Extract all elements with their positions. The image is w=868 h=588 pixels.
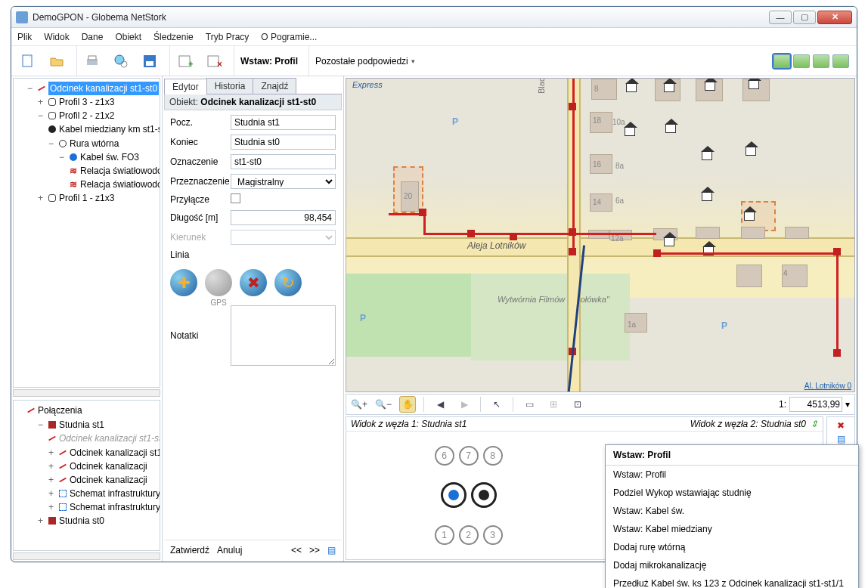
layout-toggle-3[interactable]	[813, 54, 829, 68]
tree-item[interactable]: Schemat infrastruktury	[70, 487, 160, 500]
field-mark-input[interactable]	[231, 154, 336, 169]
duct[interactable]: 8	[483, 446, 503, 466]
layout-toggle-2[interactable]	[793, 54, 810, 68]
tab-find[interactable]: Znajdź	[253, 78, 296, 94]
minimize-button[interactable]: —	[769, 11, 792, 24]
open-file-icon[interactable]	[48, 52, 66, 70]
next-button[interactable]: >>	[309, 545, 320, 556]
menu-about[interactable]: O Pogramie...	[261, 32, 317, 42]
duct[interactable]: 7	[459, 446, 479, 466]
add-icon[interactable]: +	[176, 52, 194, 70]
save-icon[interactable]	[141, 52, 159, 70]
select-rect-icon[interactable]: ▭	[521, 396, 538, 413]
scale-input[interactable]	[789, 397, 842, 412]
layout-toggle-1[interactable]	[773, 54, 790, 68]
close-icon[interactable]: ✖	[837, 420, 845, 431]
globe-delete-icon[interactable]: ✖	[240, 269, 267, 296]
tab-history[interactable]: Historia	[206, 78, 254, 94]
context-menu-item[interactable]: Dodaj mikrokanalizację	[606, 556, 858, 574]
duct[interactable]: 3	[483, 525, 503, 545]
conn-root[interactable]: Połączenia	[38, 404, 82, 417]
pointer-icon[interactable]: ↖	[488, 396, 505, 413]
print-icon[interactable]	[83, 52, 101, 70]
context-menu-item[interactable]: Podziel Wykop wstawiając studnię	[606, 484, 858, 502]
duct[interactable]: 6	[435, 446, 454, 466]
field-conn-checkbox[interactable]	[231, 193, 240, 203]
globe-add-icon[interactable]: ✚	[170, 269, 197, 296]
well-resize-icon[interactable]: ⇕	[811, 419, 818, 429]
field-end-input[interactable]	[231, 135, 336, 150]
tree-item[interactable]: Odcinek kanalizacji st1-st1/	[70, 446, 160, 460]
menu-trace[interactable]: Śledzenie	[153, 32, 194, 42]
tree-item[interactable]: Odcinek kanalizacji	[70, 460, 147, 473]
context-menu-item[interactable]: Wstaw: Kabel św.	[606, 502, 858, 520]
context-menu-item[interactable]: Dodaj rurę wtórną	[606, 538, 858, 556]
field-start-input[interactable]	[231, 115, 336, 130]
pan-icon[interactable]: ✋	[399, 396, 416, 413]
duct-large[interactable]	[471, 482, 497, 508]
context-menu-item[interactable]: Wstaw: Profil	[606, 466, 858, 484]
globe-search-icon[interactable]	[112, 52, 130, 70]
insert-mode-label[interactable]: Wstaw: Profil	[240, 56, 298, 67]
tree-hscroll[interactable]	[13, 389, 160, 397]
menu-mode[interactable]: Tryb Pracy	[206, 32, 250, 42]
map-viewport[interactable]: Wytwórnia Filmów "Czołówka" Express Blac…	[346, 78, 855, 392]
zoom-out-icon[interactable]: 🔍−	[375, 396, 392, 413]
tree-item[interactable]: Studnia st0	[59, 514, 104, 528]
layout-toggle-4[interactable]	[832, 54, 849, 68]
tab-editor[interactable]: Edytor	[164, 79, 207, 94]
tree-item[interactable]: Profil 2 - z1x2	[59, 109, 114, 122]
notes-input[interactable]	[231, 305, 336, 366]
zoom-in-icon[interactable]: 🔍+	[351, 396, 367, 413]
tree-item[interactable]: Odcinek kanalizacji st1-st0	[59, 432, 160, 445]
close-button[interactable]	[817, 11, 852, 24]
tree-item[interactable]: Schemat infrastruktury	[70, 500, 160, 514]
tree-item[interactable]: Kabel św. FO3	[80, 150, 139, 164]
maximize-button[interactable]: ▢	[793, 11, 816, 24]
tree-item[interactable]: Rura wtórna	[70, 137, 119, 150]
cancel-button[interactable]: Anuluj	[217, 545, 242, 556]
forward-icon[interactable]: ▶	[456, 396, 473, 413]
window-title: DemoGPON - Globema NetStork	[33, 12, 769, 23]
list-icon[interactable]: ▤	[837, 434, 845, 444]
menu-object[interactable]: Obiekt	[115, 32, 141, 42]
delete-icon[interactable]: ×	[205, 52, 223, 70]
globe-gps-icon[interactable]	[205, 269, 232, 296]
tree-item[interactable]: Profil 1 - z1x3	[59, 191, 114, 205]
tree-item[interactable]: Odcinek kanalizacji	[70, 473, 147, 487]
list-icon[interactable]: ▤	[327, 545, 336, 556]
context-menu[interactable]: Wstaw: Profil Wstaw: Profil Podziel Wyko…	[605, 444, 859, 588]
duct-large[interactable]	[441, 482, 467, 508]
field-purpose-select[interactable]: Magistralny	[231, 174, 336, 189]
duct[interactable]: 1	[435, 525, 454, 545]
prev-button[interactable]: <<	[291, 545, 302, 556]
tree-item[interactable]: Profil 3 - z1x3	[59, 95, 114, 109]
field-mark-label: Oznaczenie	[170, 156, 231, 167]
duct[interactable]: 2	[459, 525, 479, 545]
connections-tree[interactable]: Połączenia −Studnia st1 Odcinek kanaliza…	[13, 400, 160, 551]
scale-dropdown-icon[interactable]: ▾	[845, 399, 850, 410]
menu-file[interactable]: Plik	[17, 32, 32, 42]
confirm-button[interactable]: Zatwierdź	[170, 545, 209, 556]
tree-item[interactable]: Relacja światłowodo	[80, 178, 160, 191]
tree-item[interactable]: Kabel miedziany km st1-st0 l	[59, 122, 160, 136]
tree-item[interactable]: Relacja światłowodo	[80, 164, 160, 178]
object-tree[interactable]: −Odcinek kanalizacji st1-st0 +Profil 3 -…	[13, 78, 160, 388]
select-node-icon[interactable]: ⊞	[545, 396, 562, 413]
menu-data[interactable]: Dane	[82, 32, 104, 42]
select-net-icon[interactable]: ⊡	[569, 396, 586, 413]
menu-view[interactable]: Widok	[44, 32, 69, 42]
conn-hscroll[interactable]	[13, 552, 160, 560]
globe-refresh-icon[interactable]: ↻	[274, 269, 302, 296]
map-toolbar: 🔍+ 🔍− ✋ ◀ ▶ ↖ ▭ ⊞ ⊡ 1: ▾	[346, 394, 855, 415]
field-length-input[interactable]	[231, 210, 336, 225]
new-file-icon[interactable]	[19, 52, 37, 70]
tree-item[interactable]: Studnia st1	[59, 418, 104, 432]
context-menu-item[interactable]: Przedłuż Kabel św. ks 123 z Odcinek kana…	[606, 574, 858, 588]
hints-dropdown[interactable]: Pozostałe podpowiedzi	[315, 56, 415, 67]
context-menu-item[interactable]: Wstaw: Kabel miedziany	[606, 520, 858, 538]
tree-item-root[interactable]: Odcinek kanalizacji st1-st0	[48, 82, 159, 95]
svg-text:×: ×	[217, 59, 222, 69]
back-icon[interactable]: ◀	[432, 396, 448, 413]
titlebar[interactable]: DemoGPON - Globema NetStork — ▢	[11, 7, 857, 28]
